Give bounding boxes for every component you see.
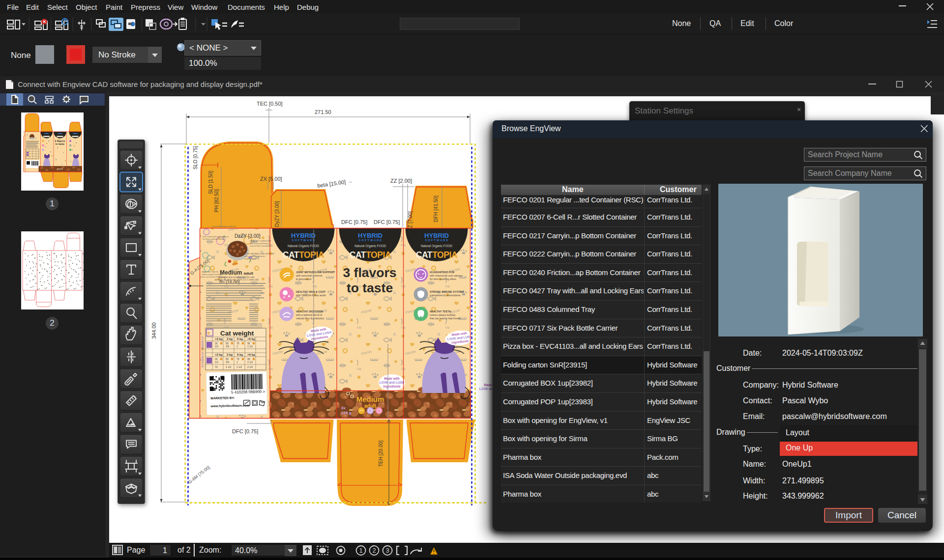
svg-text:<3 kg: <3 kg xyxy=(215,337,223,340)
svg-text:DzZY [3.00]: DzZY [3.00] xyxy=(235,233,261,239)
svg-text:1/2: 1/2 xyxy=(215,345,218,348)
svg-text:5: 5 xyxy=(207,331,210,336)
svg-text:INDOOR CAT: INDOOR CAT xyxy=(202,336,204,350)
svg-text:2 1/2: 2 1/2 xyxy=(247,365,253,368)
svg-text:natural fibre & probiotics: natural fibre & probiotics xyxy=(250,245,272,247)
svg-text:3 flavors: 3 flavors xyxy=(343,265,396,280)
svg-text:>6 kg: >6 kg xyxy=(247,353,255,356)
svg-text:OUTDOOR CAT: OUTDOOR CAT xyxy=(202,351,204,367)
svg-text:PH [82.50]: PH [82.50] xyxy=(214,189,219,212)
svg-text:SLD [1.50]: SLD [1.50] xyxy=(208,171,213,194)
svg-text:5 410298 086900 >: 5 410298 086900 > xyxy=(231,390,266,394)
svg-text:ingredients: ingredients xyxy=(383,385,400,389)
svg-text:STRONG IMMUNE SYSTEM: STRONG IMMUNE SYSTEM xyxy=(430,290,464,293)
svg-text:1: 1 xyxy=(236,361,238,364)
svg-text:3/4: 3/4 xyxy=(226,361,229,364)
svg-text:seasonally proper food mix: seasonally proper food mix xyxy=(211,225,236,227)
svg-text:Made with: Made with xyxy=(384,377,399,380)
svg-text:Z [7.00]: Z [7.00] xyxy=(408,211,413,228)
svg-text:HYBRID: HYBRID xyxy=(424,232,449,239)
svg-text:1 1/2: 1 1/2 xyxy=(247,345,253,348)
svg-text:2: 2 xyxy=(373,547,376,554)
svg-text:Natural Organic FOOD: Natural Organic FOOD xyxy=(288,244,319,248)
svg-text:125 g: 125 g xyxy=(341,411,352,415)
svg-text:3x: 3x xyxy=(341,406,346,410)
svg-text:3/4: 3/4 xyxy=(226,345,229,348)
svg-text:70: 70 xyxy=(215,365,218,368)
svg-text:with chamomile and valerian: with chamomile and valerian xyxy=(430,274,463,277)
svg-text:to taste: to taste xyxy=(56,142,65,145)
svg-text:SOFTWARE: SOFTWARE xyxy=(292,239,316,242)
svg-text:& glucosamin: & glucosamin xyxy=(244,257,257,260)
svg-text:& glucosamin: & glucosamin xyxy=(296,278,312,280)
svg-text:HEALTHY SKIN & COAT: HEALTHY SKIN & COAT xyxy=(296,290,326,293)
svg-text:1/2: 1/2 xyxy=(215,361,218,364)
svg-text:1 1/2: 1 1/2 xyxy=(247,361,253,364)
svg-text:6 kg: 6 kg xyxy=(237,337,243,340)
svg-text:DFH [41.50]: DFH [41.50] xyxy=(433,196,439,222)
svg-text:HYBRID: HYBRID xyxy=(291,232,316,239)
svg-text:ZZ [2.00]: ZZ [2.00] xyxy=(390,178,412,184)
svg-text:1: 1 xyxy=(359,547,363,554)
svg-text:DFC [0.75]: DFC [0.75] xyxy=(341,219,367,225)
svg-text:with OMEGA-6 fatty acids: with OMEGA-6 fatty acids xyxy=(296,294,326,297)
svg-text:Natural Organic FOOD: Natural Organic FOOD xyxy=(421,244,452,248)
svg-text:DFC [0.75]: DFC [0.75] xyxy=(232,428,258,434)
svg-text:MARKETED BY:: MARKETED BY: xyxy=(210,396,235,400)
svg-text:maintained by antioxidants: maintained by antioxidants xyxy=(430,294,461,297)
svg-text:1 1/2: 1 1/2 xyxy=(236,365,242,368)
svg-text:DFC [0.75]: DFC [0.75] xyxy=(374,219,400,225)
svg-text:with essential nutrients: with essential nutrients xyxy=(296,274,323,277)
svg-text:SOFTWARE: SOFTWARE xyxy=(425,239,449,242)
svg-text:6 kg: 6 kg xyxy=(237,353,243,356)
svg-text:GUARANTEED FUN: GUARANTEED FUN xyxy=(430,271,454,274)
svg-text:3 kg: 3 kg xyxy=(227,353,233,356)
svg-text:1: 1 xyxy=(236,345,238,348)
svg-text:LOVE and LUSH: LOVE and LUSH xyxy=(380,381,405,384)
svg-text:CATTOPIA: CATTOPIA xyxy=(350,250,391,260)
svg-text:HYBRID: HYBRID xyxy=(358,232,383,239)
svg-text:344.00: 344.00 xyxy=(151,322,157,339)
svg-text:SOFTWARE: SOFTWARE xyxy=(359,239,383,242)
svg-text:3 kg: 3 kg xyxy=(227,337,233,340)
svg-text:beta [15.00] →: beta [15.00] → xyxy=(317,178,353,189)
svg-text:with a tailored blend of: with a tailored blend of xyxy=(296,313,323,316)
svg-text:for their soothing effect: for their soothing effect xyxy=(203,238,224,240)
svg-text:CATTOPIA: CATTOPIA xyxy=(283,250,324,260)
svg-text:G-6M [75.00]: G-6M [75.00] xyxy=(187,465,211,484)
svg-text:CATTOPIA: CATTOPIA xyxy=(416,250,458,260)
svg-text:TEC [0.50]: TEC [0.50] xyxy=(257,101,283,107)
svg-text:SLO [0.75]: SLO [0.75] xyxy=(193,146,198,169)
svg-text:HEALTHY DIGESTION: HEALTHY DIGESTION xyxy=(296,310,323,313)
svg-text:3: 3 xyxy=(386,547,389,554)
svg-text:Cat weight: Cat weight xyxy=(220,330,254,337)
svg-text:TEH [20.00]: TEH [20.00] xyxy=(378,440,384,467)
svg-text:for their soothing effect: for their soothing effect xyxy=(430,278,456,280)
svg-text:HEALTHY TEETH: HEALTHY TEETH xyxy=(430,310,451,313)
svg-text:<3 kg: <3 kg xyxy=(215,353,223,356)
svg-text:ZX [5.00]: ZX [5.00] xyxy=(260,176,282,182)
svg-text:271.50: 271.50 xyxy=(315,109,331,115)
svg-text:DyZY [3.00]: DyZY [3.00] xyxy=(274,201,280,227)
svg-text:JOINT METABOLISM SUPPORT: JOINT METABOLISM SUPPORT xyxy=(296,271,335,274)
svg-text:reduce plaque buildup: reduce plaque buildup xyxy=(430,313,455,316)
svg-text:to taste: to taste xyxy=(347,280,393,295)
svg-text:natural fibre & probiotics: natural fibre & probiotics xyxy=(296,317,324,320)
svg-text:Natural Organic FOOD: Natural Organic FOOD xyxy=(354,244,386,248)
svg-text:>6 kg: >6 kg xyxy=(247,337,255,340)
svg-text:Medium: Medium xyxy=(356,395,384,403)
svg-text:that can lead to bad breath: that can lead to bad breath xyxy=(430,317,461,320)
svg-text:1 1/2: 1 1/2 xyxy=(226,365,231,368)
